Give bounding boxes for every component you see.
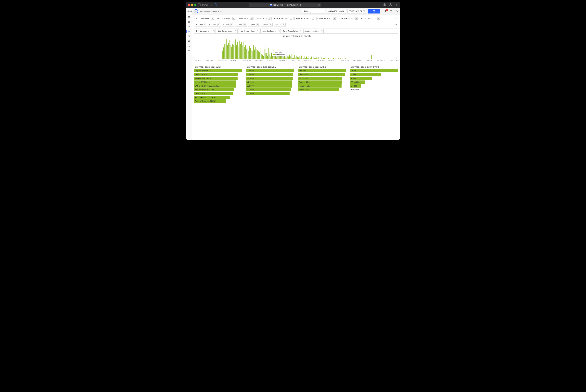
compare-bar[interactable]: LASERTEC 50 PrecisionTool	[194, 84, 242, 88]
filter-row-machines[interactable]: Arburg Allround…×Arburg Allround…×Chiron…	[194, 16, 398, 21]
chip-remove-icon[interactable]: ×	[204, 24, 206, 26]
compare-bar[interactable]: Mazak CV5-500-A	[194, 80, 242, 84]
compare-bar[interactable]: 15m<30m	[350, 88, 398, 91]
compare-bar[interactable]: Engel E-mac 50-02	[194, 77, 242, 80]
back-icon[interactable]	[210, 3, 213, 6]
filter-chip[interactable]: LASERTEC 50 P…×	[338, 16, 359, 20]
filter-chip[interactable]: Habr Herbert [he…×	[239, 29, 259, 33]
compare-bar[interactable]: Chiron 28-S-2	[194, 73, 242, 76]
chip-remove-icon[interactable]: ×	[320, 30, 322, 32]
filter-chip[interactable]: VZ5000×	[261, 23, 273, 26]
filter-chip[interactable]: Jasan Jan [cecil…×	[260, 29, 281, 33]
nav-bar-chart-icon[interactable]	[186, 29, 192, 34]
chip-remove-icon[interactable]: ×	[212, 17, 214, 20]
category-dropdown[interactable]: Zakázky	[302, 9, 325, 14]
filter-chip[interactable]: Krauss Maffei M…×	[316, 16, 337, 20]
nav-info-icon[interactable]	[186, 49, 192, 54]
page-menu-icon[interactable]: •••	[318, 4, 320, 6]
compare-bar[interactable]: VZ2000	[246, 84, 294, 88]
downloads-icon[interactable]	[383, 3, 386, 6]
nav-home-icon[interactable]	[186, 14, 192, 19]
compare-bar[interactable]: Jan Jasan	[298, 77, 346, 80]
compare-bar[interactable]: 2h<4h	[350, 69, 398, 72]
chip-remove-icon[interactable]: ×	[277, 30, 280, 32]
compare-bar[interactable]: VZ5000	[246, 73, 294, 76]
filter-chip[interactable]: Chiron 28-S-2×	[255, 16, 271, 20]
date-to-input[interactable]: 05/05/2022, 09:20	[347, 9, 366, 14]
compare-bar[interactable]: Arburg Allrounder 920S-1	[194, 100, 242, 103]
filter-chip[interactable]: Arburg Allround…×	[195, 16, 215, 20]
power-icon[interactable]	[395, 10, 398, 13]
compare-bar[interactable]: Engel E-mac 50-01	[194, 69, 242, 72]
timeline-chart[interactable]: 9. září 2021 44h56m42s 021-04-052021-04-…	[194, 38, 398, 63]
nav-dashboard-icon[interactable]	[186, 19, 192, 24]
filter-row-workers[interactable]: Buk Bernhard [d…×Dub Donald [ada…×Habr H…	[194, 28, 398, 34]
chip-remove-icon[interactable]: ×	[299, 30, 301, 32]
chip-remove-icon[interactable]: ×	[355, 17, 358, 20]
chip-remove-icon[interactable]: ×	[312, 17, 314, 20]
chip-remove-icon[interactable]: ×	[250, 17, 253, 20]
filter-chip[interactable]: Jilm Jim [jim@jil…×	[303, 29, 324, 33]
filter-chip[interactable]: VZ12001×	[208, 23, 221, 26]
notifications-icon[interactable]: 1	[384, 10, 387, 13]
chip-remove-icon[interactable]: ×	[377, 17, 380, 20]
new-tab-icon[interactable]	[395, 3, 398, 6]
compare-bar[interactable]: Herbert Habr	[298, 84, 346, 88]
compare-bar[interactable]: Bernhard Buk	[298, 80, 346, 84]
filter-chip[interactable]: VZ1000×	[195, 23, 207, 26]
chip-remove-icon[interactable]: ×	[256, 30, 258, 32]
compare-bar[interactable]: Krauss Maffei MX-500	[194, 88, 242, 91]
url-bar[interactable]: PJ Not Secure — demo.xmost.eu •••	[249, 3, 321, 7]
filter-chip[interactable]: Buk Bernhard [d…×	[195, 29, 216, 33]
compare-bar[interactable]: 30m<60m	[350, 80, 398, 84]
chip-remove-icon[interactable]: ×	[232, 17, 235, 20]
compare-bar[interactable]: 1h<2h	[350, 77, 398, 80]
refresh-button[interactable]	[368, 9, 380, 14]
chip-remove-icon[interactable]: ×	[282, 24, 284, 26]
chip-remove-icon[interactable]: ×	[256, 24, 259, 26]
nav-trends-icon[interactable]	[186, 24, 192, 29]
sidebar-toggle-icon[interactable]	[198, 3, 201, 6]
filter-chip[interactable]: Engel E-mac 50-…×	[273, 16, 293, 20]
compare-bar[interactable]: VZ4000	[246, 88, 294, 91]
compare-bar[interactable]: Johan Javor	[298, 88, 346, 91]
filter-chip[interactable]: Javor Johan [joh…×	[282, 29, 302, 33]
maximize-window-icon[interactable]	[194, 4, 196, 6]
shield-icon[interactable]	[214, 3, 217, 6]
minimize-window-icon[interactable]	[191, 4, 193, 6]
nav-pie-icon[interactable]	[186, 39, 192, 44]
compare-bar[interactable]: 8h<16h	[350, 84, 398, 88]
chip-remove-icon[interactable]: ×	[234, 30, 236, 32]
date-from-input[interactable]: 05/04/2021, 09:20	[327, 9, 346, 14]
filter-row-order-types[interactable]: VZ1000×VZ12001×VZ2000×VZ3000×VZ4000×VZ50…	[194, 22, 398, 27]
compare-bar[interactable]: VZ12001	[246, 80, 294, 84]
compare-bar[interactable]: Arburg Allrounder 920S-2	[194, 96, 242, 99]
filter-chip[interactable]: Dub Donald [ada…×	[217, 29, 238, 33]
compare-bar[interactable]: 4h<8h	[350, 73, 398, 76]
close-window-icon[interactable]	[188, 4, 190, 6]
compare-bar[interactable]: VZ3000	[246, 92, 294, 95]
compare-bar[interactable]: Donald Dub	[298, 73, 346, 76]
filter-chip[interactable]: VZ2000×	[222, 23, 234, 26]
chip-remove-icon[interactable]: ×	[333, 17, 336, 20]
nav-settings-icon[interactable]	[186, 44, 192, 49]
compare-bar[interactable]: Chiron 28-S-1	[194, 92, 242, 95]
chip-remove-icon[interactable]: ×	[217, 24, 220, 26]
share-icon[interactable]	[389, 3, 392, 6]
filter-chip[interactable]: Mazak CV5-500-…×	[360, 16, 381, 20]
chip-remove-icon[interactable]: ×	[243, 24, 246, 26]
chip-remove-icon[interactable]: ×	[290, 17, 292, 20]
chip-remove-icon[interactable]: ×	[212, 30, 214, 32]
filter-chip[interactable]: VZ4000×	[248, 23, 260, 26]
help-icon[interactable]	[389, 10, 393, 13]
chip-remove-icon[interactable]: ×	[230, 24, 233, 26]
nav-table-icon[interactable]	[186, 34, 192, 39]
filter-chip[interactable]: Engel E-mac 50-…×	[294, 16, 315, 20]
compare-bar[interactable]: VZ6000	[246, 69, 294, 72]
chip-remove-icon[interactable]: ×	[268, 17, 270, 20]
filter-chip[interactable]: VZ6000×	[274, 23, 286, 26]
chip-remove-icon[interactable]: ×	[269, 24, 271, 26]
compare-bar[interactable]: Jim Jilm	[298, 69, 346, 72]
compare-bar[interactable]: VZ1000	[246, 77, 294, 80]
filter-chip[interactable]: Arburg Allround…×	[216, 16, 236, 20]
